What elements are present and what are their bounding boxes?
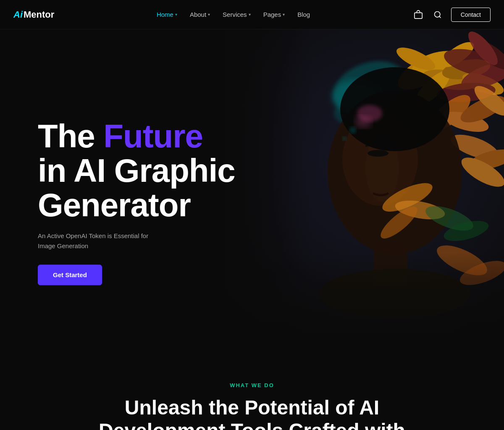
chevron-down-icon: ▾ xyxy=(249,12,251,17)
section-tag: WHAT WE DO xyxy=(17,382,487,388)
what-we-do-section: WHAT WE DO Unleash the Potential of AI D… xyxy=(0,349,504,430)
hero-section: The Future in AI GraphicGenerator An Act… xyxy=(0,29,504,349)
bag-icon[interactable] xyxy=(412,9,424,21)
nav-item-about[interactable]: About ▾ xyxy=(190,11,210,18)
logo-mentor: Mentor xyxy=(24,9,54,20)
hero-subtitle: An Active OpenAI Token is Essential for … xyxy=(38,231,164,251)
nav-item-pages[interactable]: Pages ▾ xyxy=(263,11,285,18)
nav-item-blog[interactable]: Blog xyxy=(297,11,310,18)
search-icon[interactable] xyxy=(432,9,444,21)
section-title: Unleash the Potential of AI Development … xyxy=(88,396,416,430)
chevron-down-icon: ▾ xyxy=(283,12,285,17)
svg-point-1 xyxy=(434,11,440,17)
nav-actions: Contact xyxy=(412,8,491,22)
navbar: AiMentor Home ▾ About ▾ Services ▾ Pages… xyxy=(0,0,504,29)
contact-button[interactable]: Contact xyxy=(451,8,491,22)
nav-item-home[interactable]: Home ▾ xyxy=(157,11,177,18)
svg-rect-0 xyxy=(415,13,422,18)
svg-line-2 xyxy=(439,16,441,18)
hero-title-highlight: Future xyxy=(103,118,203,155)
hero-title-part1: The xyxy=(38,118,103,155)
chevron-down-icon: ▾ xyxy=(175,12,177,17)
nav-item-services[interactable]: Services ▾ xyxy=(223,11,251,18)
nav-link-pages[interactable]: Pages ▾ xyxy=(263,11,285,18)
nav-link-about[interactable]: About ▾ xyxy=(190,11,210,18)
hero-title: The Future in AI GraphicGenerator xyxy=(38,119,235,223)
logo-ai: Ai xyxy=(13,9,23,20)
hero-title-part2: in AI GraphicGenerator xyxy=(38,152,235,223)
hero-image xyxy=(189,29,504,349)
nav-link-services[interactable]: Services ▾ xyxy=(223,11,251,18)
chevron-down-icon: ▾ xyxy=(208,12,210,17)
get-started-button[interactable]: Get Started xyxy=(38,265,102,285)
nav-links: Home ▾ About ▾ Services ▾ Pages ▾ Blog xyxy=(157,11,310,18)
nav-link-blog[interactable]: Blog xyxy=(297,11,310,18)
svg-rect-47 xyxy=(189,29,504,349)
logo[interactable]: AiMentor xyxy=(13,9,54,20)
hero-content: The Future in AI GraphicGenerator An Act… xyxy=(38,119,235,285)
nav-link-home[interactable]: Home ▾ xyxy=(157,11,177,18)
